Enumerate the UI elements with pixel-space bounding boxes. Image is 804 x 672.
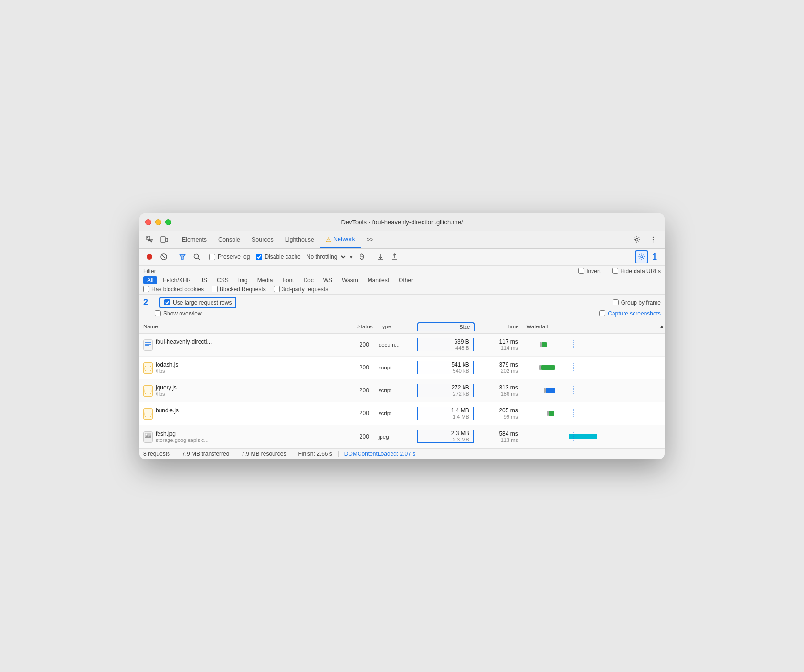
tab-console[interactable]: Console: [212, 231, 246, 248]
show-overview-checkbox[interactable]: [155, 310, 161, 316]
show-overview-label[interactable]: Show overview: [155, 310, 202, 317]
tab-network[interactable]: ⚠ Network: [320, 231, 361, 248]
tab-sources[interactable]: Sources: [246, 231, 279, 248]
svg-line-12: [198, 258, 200, 260]
filter-row-1: Filter Invert Hide data URLs: [143, 268, 661, 274]
title-bar: DevTools - foul-heavenly-direction.glitc…: [139, 213, 665, 231]
svg-point-11: [194, 254, 199, 259]
filter-all[interactable]: All: [143, 276, 157, 284]
col-header-size[interactable]: Size: [417, 322, 475, 331]
col-header-type[interactable]: Type: [379, 324, 417, 329]
filter-js[interactable]: JS: [197, 276, 211, 284]
svg-line-9: [162, 255, 165, 258]
filter-fetch-xhr[interactable]: Fetch/XHR: [159, 276, 195, 284]
col-header-status[interactable]: Status: [350, 324, 379, 329]
capture-screenshots-label[interactable]: Capture screenshots: [599, 310, 661, 317]
inspect-element-icon[interactable]: [143, 233, 157, 246]
hide-data-urls-label[interactable]: Hide data URLs: [612, 268, 661, 274]
table-row[interactable]: { } jquery.js /libs 200 script 272 kB 27…: [139, 379, 665, 402]
cell-time-3: 205 ms 99 ms: [474, 407, 522, 420]
filter-other[interactable]: Other: [395, 276, 417, 284]
cell-waterfall-1: [522, 359, 665, 376]
blocked-requests-checkbox[interactable]: [212, 286, 218, 292]
window-title: DevTools - foul-heavenly-direction.glitc…: [341, 219, 463, 226]
filter-ws[interactable]: WS: [319, 276, 336, 284]
annotation-2: 2: [143, 297, 148, 307]
filter-manifest[interactable]: Manifest: [364, 276, 393, 284]
cell-time-4: 584 ms 113 ms: [474, 430, 522, 443]
table-row[interactable]: { } lodash.js /libs 200 script 541 kB 54…: [139, 357, 665, 379]
cell-size-3: 1.4 MB 1.4 MB: [417, 407, 474, 420]
transferred-size: 7.9 MB transferred: [182, 451, 235, 457]
clear-button[interactable]: [158, 251, 170, 263]
table-row[interactable]: fesh.jpg storage.googleapis.c... 200 jpe…: [139, 425, 665, 448]
col-header-waterfall[interactable]: Waterfall ▲: [522, 324, 665, 329]
tab-more[interactable]: >>: [361, 231, 380, 248]
record-button[interactable]: [143, 251, 156, 263]
import-button[interactable]: [374, 251, 387, 263]
third-party-label[interactable]: 3rd-party requests: [274, 286, 328, 293]
options-row-1: 2 Use large request rows Group by frame: [143, 297, 661, 308]
table-row[interactable]: { } bundle.js 200 script 1.4 MB 1.4 MB 2…: [139, 402, 665, 425]
invert-label[interactable]: Invert: [578, 268, 601, 274]
group-by-frame-label[interactable]: Group by frame: [613, 299, 661, 306]
svg-point-44: [146, 433, 147, 435]
cell-time-0: 117 ms 114 ms: [474, 338, 522, 351]
tab-lighthouse[interactable]: Lighthouse: [279, 231, 320, 248]
preserve-log-checkbox[interactable]: [209, 254, 215, 260]
filter-font[interactable]: Font: [278, 276, 297, 284]
network-table: Name Status Type Size Time Waterfall ▲: [139, 320, 665, 448]
group-by-frame-checkbox[interactable]: [613, 299, 619, 305]
disable-cache-checkbox[interactable]: [256, 254, 262, 260]
capture-screenshots-checkbox[interactable]: [599, 310, 605, 316]
svg-rect-23: [540, 342, 542, 347]
cell-name-2: { } jquery.js /libs: [139, 381, 350, 399]
filter-css[interactable]: CSS: [213, 276, 233, 284]
table-row[interactable]: foul-heavenly-directi... 200 docum... 63…: [139, 334, 665, 357]
filter-button[interactable]: [176, 251, 189, 263]
has-blocked-cookies-label[interactable]: Has blocked cookies: [143, 286, 204, 293]
devtools-window: DevTools - foul-heavenly-direction.glitc…: [139, 213, 665, 459]
has-blocked-cookies-checkbox[interactable]: [143, 286, 149, 292]
filter-doc[interactable]: Doc: [299, 276, 317, 284]
filter-bar: Filter Invert Hide data URLs All Fetch/X…: [139, 266, 665, 295]
minimize-button[interactable]: [155, 219, 161, 225]
throttle-select[interactable]: No throttling: [303, 253, 347, 261]
use-large-rows-checkbox[interactable]: [164, 299, 170, 305]
cell-status-2: 200: [350, 387, 379, 394]
status-bar: 8 requests 7.9 MB transferred 7.9 MB res…: [139, 448, 665, 459]
svg-rect-29: [541, 365, 555, 370]
third-party-checkbox[interactable]: [274, 286, 280, 292]
filter-wasm[interactable]: Wasm: [338, 276, 362, 284]
cell-status-3: 200: [350, 410, 379, 417]
use-large-rows-label[interactable]: Use large request rows: [159, 297, 236, 308]
blocked-requests-label[interactable]: Blocked Requests: [212, 286, 266, 293]
filter-media[interactable]: Media: [254, 276, 277, 284]
svg-rect-24: [542, 342, 547, 347]
document-icon: [143, 339, 153, 351]
devtools-right-controls: [630, 233, 661, 246]
cell-waterfall-4: [522, 428, 665, 445]
network-conditions-icon[interactable]: [356, 251, 368, 263]
tab-elements[interactable]: Elements: [176, 231, 212, 248]
network-settings-button[interactable]: [635, 250, 648, 263]
options-bar: 2 Use large request rows Group by frame …: [139, 295, 665, 320]
maximize-button[interactable]: [165, 219, 171, 225]
filter-img[interactable]: Img: [234, 276, 252, 284]
close-button[interactable]: [145, 219, 151, 225]
invert-checkbox[interactable]: [578, 268, 584, 274]
cell-size-1: 541 kB 540 kB: [417, 361, 474, 374]
export-button[interactable]: [389, 251, 401, 263]
col-header-name[interactable]: Name: [139, 324, 350, 329]
device-toolbar-icon[interactable]: [158, 233, 171, 246]
hide-data-urls-checkbox[interactable]: [612, 268, 618, 274]
preserve-log-label[interactable]: Preserve log: [209, 253, 250, 260]
more-options-icon[interactable]: [646, 233, 660, 246]
resources-size: 7.9 MB resources: [241, 451, 292, 457]
svg-point-7: [147, 254, 152, 260]
disable-cache-label[interactable]: Disable cache: [256, 253, 300, 260]
search-button[interactable]: [190, 251, 203, 263]
settings-icon[interactable]: [630, 233, 644, 246]
col-header-time[interactable]: Time: [475, 324, 522, 329]
cell-waterfall-2: [522, 382, 665, 399]
